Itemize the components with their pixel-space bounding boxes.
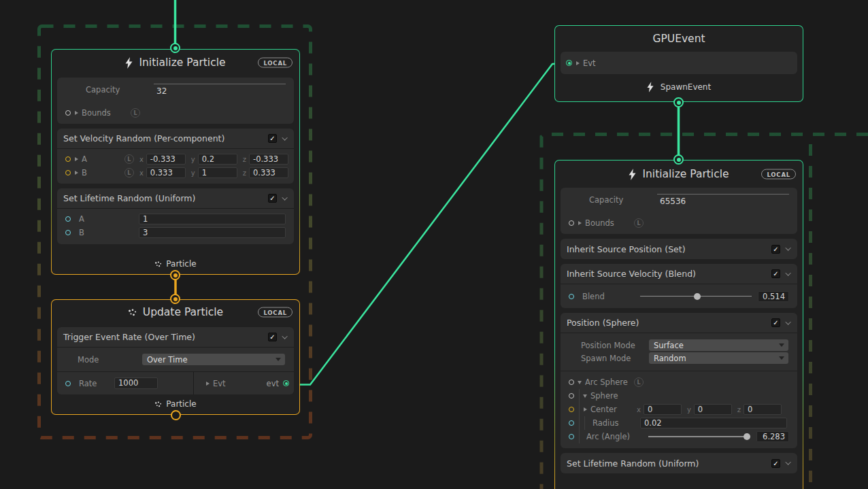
y-field[interactable]: 0: [694, 404, 732, 415]
float-port[interactable]: [569, 420, 574, 426]
capacity-row: Capacity 32: [57, 78, 294, 102]
axis-x-label: x: [637, 406, 641, 414]
enabled-checkbox[interactable]: ✓: [268, 134, 277, 143]
flow-output-label: Particle: [166, 399, 196, 409]
collapse-chevron-icon[interactable]: [785, 270, 790, 275]
bounds-row: Bounds L: [561, 212, 797, 234]
axis-x-label: x: [139, 169, 144, 177]
evt-input-port[interactable]: [566, 60, 572, 66]
y-field[interactable]: 0.2: [198, 154, 237, 165]
expand-arrow-icon[interactable]: [75, 171, 78, 175]
block-header[interactable]: Set Lifetime Random (Uniform) ✓: [561, 453, 797, 473]
z-field[interactable]: 0.333: [249, 167, 288, 178]
float-port[interactable]: [569, 294, 574, 299]
vector-port[interactable]: [65, 156, 71, 162]
flow-port-init-left-input[interactable]: [170, 43, 180, 53]
bounds-port[interactable]: [569, 220, 574, 226]
expand-arrow-icon[interactable]: [584, 407, 587, 411]
spawn-mode-dropdown[interactable]: Random: [649, 352, 788, 364]
node-header[interactable]: GPUEvent: [555, 26, 803, 52]
block-title: Inherit Source Position (Set): [567, 244, 686, 254]
init-particle-left-node[interactable]: Initialize Particle LOCAL Capacity 32 Bo…: [51, 49, 300, 275]
block-title: Position (Sphere): [567, 318, 639, 328]
float-port[interactable]: [569, 434, 574, 439]
z-field[interactable]: 0: [744, 404, 782, 415]
expand-arrow-icon[interactable]: [75, 111, 78, 115]
enabled-checkbox[interactable]: ✓: [771, 459, 780, 468]
block-header[interactable]: Inherit Source Position (Set) ✓: [561, 239, 797, 259]
enabled-checkbox[interactable]: ✓: [771, 318, 780, 327]
init-particle-right-node[interactable]: Initialize Particle LOCAL Capacity 65536…: [554, 160, 803, 489]
inherit-source-position-block: Inherit Source Position (Set) ✓: [561, 239, 797, 259]
enabled-checkbox[interactable]: ✓: [268, 194, 277, 203]
flow-port-gpuevent-output[interactable]: [673, 97, 684, 107]
float-port[interactable]: [65, 381, 71, 386]
expand-arrow-icon[interactable]: [75, 157, 78, 161]
capacity-label: Capacity: [86, 85, 154, 95]
node-header[interactable]: Initialize Particle LOCAL: [555, 161, 803, 188]
arc-angle-slider[interactable]: [648, 433, 750, 441]
enabled-checkbox[interactable]: ✓: [771, 245, 780, 254]
flow-port-init-left-output[interactable]: [170, 270, 180, 280]
gpu-event-node[interactable]: GPUEvent Evt SpawnEvent: [554, 25, 803, 102]
mode-label: Mode: [78, 355, 142, 365]
vector-port[interactable]: [65, 170, 71, 175]
vector-port[interactable]: [569, 407, 574, 412]
flow-port-update-input[interactable]: [170, 294, 180, 304]
block-header[interactable]: Trigger Event Rate (Over Time) ✓: [57, 327, 294, 348]
value-field[interactable]: 3: [139, 227, 286, 238]
enabled-checkbox[interactable]: ✓: [771, 269, 780, 278]
vector-row-b: B L x 0.333 y 1 z 0.333: [57, 166, 294, 180]
slider-thumb[interactable]: [694, 293, 701, 300]
vfx-graph-canvas[interactable]: { "colors": { "event_green": "#3be59f", …: [0, 0, 868, 489]
collapse-chevron-icon[interactable]: [282, 333, 287, 339]
block-header[interactable]: Inherit Source Velocity (Blend) ✓: [561, 264, 797, 284]
position-sphere-block: Position (Sphere) ✓ Position Mode Surfac…: [561, 313, 797, 448]
capacity-field[interactable]: 65536: [657, 194, 789, 206]
node-header[interactable]: Initialize Particle LOCAL: [52, 50, 299, 75]
x-field[interactable]: 0.333: [146, 167, 186, 178]
z-field[interactable]: -0.333: [249, 154, 288, 165]
block-header[interactable]: Set Lifetime Random (Uniform) ✓: [57, 188, 294, 209]
sphere-port[interactable]: [569, 393, 574, 399]
indent-guide: [579, 389, 580, 403]
radius-row: Radius 0.02: [561, 416, 797, 430]
blend-value-field[interactable]: 0.514: [758, 291, 789, 302]
expand-arrow-icon: [576, 61, 580, 65]
arc-sphere-port[interactable]: [569, 380, 574, 385]
flow-port-init-right-input[interactable]: [673, 154, 684, 165]
collapse-arrow-icon[interactable]: [583, 394, 587, 398]
arc-angle-field[interactable]: 6.283: [756, 431, 789, 442]
collapse-chevron-icon[interactable]: [785, 319, 790, 324]
update-particle-node[interactable]: Update Particle LOCAL Trigger Event Rate…: [51, 299, 300, 415]
collapse-chevron-icon[interactable]: [785, 245, 790, 250]
center-label: Center: [590, 405, 631, 414]
collapse-chevron-icon[interactable]: [282, 135, 287, 140]
radius-label: Radius: [592, 418, 640, 428]
flow-port-update-output[interactable]: [171, 410, 181, 420]
block-header[interactable]: Position (Sphere) ✓: [561, 313, 797, 333]
x-field[interactable]: 0: [644, 404, 682, 415]
collapse-chevron-icon[interactable]: [282, 195, 287, 200]
float-port[interactable]: [65, 216, 71, 222]
blend-slider[interactable]: [640, 292, 752, 301]
capacity-field[interactable]: 32: [154, 84, 286, 96]
position-mode-dropdown[interactable]: Surface: [649, 339, 788, 351]
y-field[interactable]: 1: [198, 167, 237, 178]
float-port[interactable]: [65, 230, 71, 235]
block-header[interactable]: Set Velocity Random (Per-component) ✓: [57, 129, 294, 149]
value-field[interactable]: 1: [139, 214, 286, 224]
set-lifetime-random-block: Set Lifetime Random (Uniform) ✓ A 1 B 3: [57, 188, 294, 244]
collapse-arrow-icon[interactable]: [578, 381, 582, 384]
bounds-port[interactable]: [65, 110, 71, 116]
mode-dropdown[interactable]: Over Time: [142, 354, 285, 365]
radius-field[interactable]: 0.02: [640, 418, 787, 428]
x-field[interactable]: -0.333: [146, 154, 186, 165]
collapse-chevron-icon[interactable]: [785, 459, 790, 465]
edge-evt-to-gpuevent[interactable]: [289, 63, 569, 385]
expand-arrow-icon[interactable]: [578, 221, 582, 225]
slider-thumb[interactable]: [744, 433, 750, 440]
evt-event-port[interactable]: [283, 380, 289, 386]
rate-field[interactable]: 1000: [114, 377, 158, 389]
enabled-checkbox[interactable]: ✓: [268, 333, 277, 341]
